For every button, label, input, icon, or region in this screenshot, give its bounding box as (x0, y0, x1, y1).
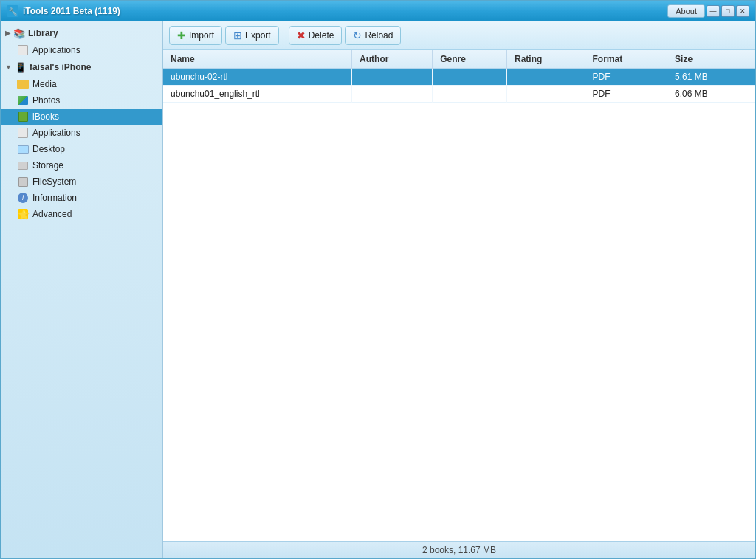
library-icon: 📚 (13, 27, 25, 39)
iphone-label: faisal's iPhone (30, 62, 92, 72)
titlebar-buttons: About — □ ✕ (667, 4, 749, 18)
content-area: ✚ Import ⊞ Export ✖ Delete ↻ Reload (163, 21, 755, 558)
storage-label: Storage (32, 160, 63, 171)
sidebar-item-ibooks[interactable]: iBooks (1, 109, 162, 125)
cell-rating (506, 86, 585, 103)
main-content: ▶ 📚 Library Applications ▼ 📱 faisal's iP… (1, 21, 755, 558)
cell-genre (433, 86, 507, 103)
delete-icon: ✖ (297, 30, 306, 41)
information-label: Information (32, 193, 77, 203)
sidebar-item-media[interactable]: Media (1, 76, 162, 92)
sidebar-item-storage[interactable]: Storage (1, 157, 162, 174)
close-button[interactable]: ✕ (736, 5, 749, 17)
information-icon: i (17, 192, 29, 204)
library-applications-icon (17, 44, 29, 56)
library-applications-label: Applications (32, 45, 80, 55)
delete-button[interactable]: ✖ Delete (289, 26, 343, 45)
sidebar-item-applications[interactable]: Applications (1, 125, 162, 141)
filesystem-icon (17, 176, 29, 188)
cell-name: ubunchu01_english_rtl (163, 86, 352, 103)
import-icon: ✚ (177, 30, 186, 41)
col-rating: Rating (506, 50, 585, 69)
sidebar-item-information[interactable]: i Information (1, 190, 162, 206)
statusbar: 2 books, 11.67 MB (163, 541, 755, 558)
cell-author (352, 86, 433, 103)
applications-label: Applications (32, 128, 80, 138)
media-icon (17, 78, 29, 90)
storage-icon (17, 160, 29, 171)
export-icon: ⊞ (233, 30, 242, 41)
cell-name: ubunchu-02-rtl (163, 69, 352, 86)
minimize-button[interactable]: — (707, 5, 720, 17)
applications-icon (17, 127, 29, 139)
sidebar-section-iphone[interactable]: ▼ 📱 faisal's iPhone (1, 58, 162, 76)
iphone-arrow: ▼ (5, 64, 12, 71)
sidebar-section-library[interactable]: ▶ 📚 Library (1, 24, 162, 42)
toolbar-divider (284, 27, 284, 44)
delete-label: Delete (309, 30, 334, 41)
photos-icon (17, 95, 29, 106)
cell-author (352, 69, 433, 86)
maximize-button[interactable]: □ (721, 5, 735, 17)
col-format: Format (585, 50, 667, 69)
filesystem-label: FileSystem (32, 176, 76, 187)
cell-size: 5.61 MB (667, 69, 755, 86)
table-header-row: Name Author Genre Rating Format Size (163, 50, 755, 69)
desktop-icon (17, 143, 29, 155)
app-icon: 🔧 (7, 5, 18, 17)
cell-genre (433, 69, 507, 86)
cell-format: PDF (585, 86, 667, 103)
sidebar-item-advanced[interactable]: ⭐ Advanced (1, 206, 162, 222)
reload-label: Reload (365, 30, 393, 41)
col-genre: Genre (433, 50, 507, 69)
cell-size: 6.06 MB (667, 86, 755, 103)
import-label: Import (189, 30, 214, 41)
sidebar-item-desktop[interactable]: Desktop (1, 141, 162, 157)
ibooks-label: iBooks (32, 112, 59, 122)
col-author: Author (352, 50, 433, 69)
desktop-label: Desktop (32, 144, 65, 154)
sidebar: ▶ 📚 Library Applications ▼ 📱 faisal's iP… (1, 21, 163, 558)
photos-label: Photos (32, 95, 60, 106)
media-label: Media (32, 79, 57, 89)
titlebar: 🔧 iTools 2011 Beta (1119) About — □ ✕ (1, 1, 755, 21)
toolbar: ✚ Import ⊞ Export ✖ Delete ↻ Reload (163, 21, 755, 50)
cell-rating (506, 69, 585, 86)
cell-format: PDF (585, 69, 667, 86)
sidebar-item-photos[interactable]: Photos (1, 92, 162, 109)
col-size: Size (667, 50, 755, 69)
statusbar-text: 2 books, 11.67 MB (422, 545, 496, 555)
table-body: ubunchu-02-rtlPDF5.61 MBubunchu01_englis… (163, 69, 755, 103)
sidebar-item-library-applications[interactable]: Applications (1, 42, 162, 58)
books-table: Name Author Genre Rating Format Size ubu… (163, 50, 755, 103)
library-arrow: ▶ (5, 30, 10, 37)
main-window: 🔧 iTools 2011 Beta (1119) About — □ ✕ ▶ … (0, 0, 756, 559)
table-row[interactable]: ubunchu-02-rtlPDF5.61 MB (163, 69, 755, 86)
reload-icon: ↻ (353, 30, 362, 41)
table-container[interactable]: Name Author Genre Rating Format Size ubu… (163, 50, 755, 541)
library-label: Library (28, 28, 58, 38)
sidebar-item-filesystem[interactable]: FileSystem (1, 174, 162, 190)
about-button[interactable]: About (667, 4, 705, 18)
advanced-label: Advanced (32, 209, 72, 219)
titlebar-left: 🔧 iTools 2011 Beta (1119) (7, 5, 120, 17)
col-name: Name (163, 50, 352, 69)
advanced-icon: ⭐ (17, 208, 29, 220)
reload-button[interactable]: ↻ Reload (345, 26, 401, 45)
import-button[interactable]: ✚ Import (169, 26, 222, 45)
export-label: Export (245, 30, 271, 41)
export-button[interactable]: ⊞ Export (225, 26, 279, 45)
ibooks-icon (17, 111, 29, 123)
iphone-icon: 📱 (15, 61, 27, 73)
table-row[interactable]: ubunchu01_english_rtlPDF6.06 MB (163, 86, 755, 103)
window-title: iTools 2011 Beta (1119) (23, 6, 120, 16)
